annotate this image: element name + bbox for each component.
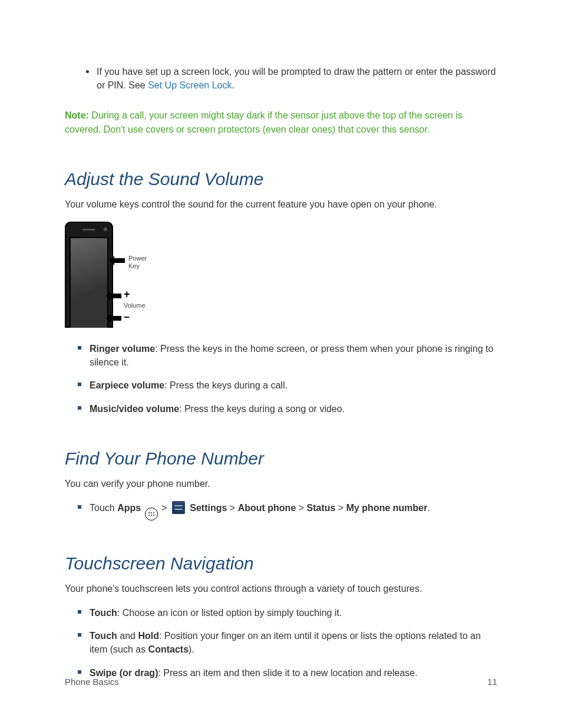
step-period: . bbox=[427, 503, 429, 513]
text-hold2: ). bbox=[189, 644, 194, 654]
note-block: Note: During a call, your screen might s… bbox=[65, 108, 497, 136]
step-mynumber: My phone number bbox=[346, 503, 428, 513]
phone-speaker bbox=[82, 229, 95, 230]
findnumber-list: Touch Apps > Settings > About phone > St… bbox=[78, 501, 497, 521]
term-contacts: Contacts bbox=[148, 644, 189, 654]
phone-camera bbox=[104, 228, 107, 231]
heading-volume: Adjust the Sound Volume bbox=[65, 169, 497, 189]
note-text: During a call, your screen might stay da… bbox=[65, 110, 462, 134]
plus-icon: + bbox=[124, 289, 130, 299]
intro-bullet: If you have set up a screen lock, you wi… bbox=[86, 65, 497, 92]
term-touch: Touch bbox=[90, 608, 117, 618]
mid-and: and bbox=[117, 631, 138, 641]
findnumber-step: Touch Apps > Settings > About phone > St… bbox=[78, 501, 497, 521]
phone-outline bbox=[65, 222, 113, 328]
arrow-volume-up bbox=[107, 294, 121, 298]
step-about: About phone bbox=[238, 503, 296, 513]
apps-icon bbox=[145, 508, 158, 521]
note-label: Note: bbox=[65, 110, 89, 120]
term-touch2: Touch bbox=[90, 631, 117, 641]
text-earpiece: : Press the keys during a call. bbox=[164, 380, 287, 390]
touchnav-list: Touch: Choose an icon or listed option b… bbox=[78, 606, 497, 680]
phone-diagram: Power Key + Volume – bbox=[65, 222, 145, 328]
touchnav-intro: Your phone's touchscreen lets you contro… bbox=[65, 582, 497, 595]
page: If you have set up a screen lock, you wi… bbox=[0, 0, 562, 728]
volume-item-ringer: Ringer volume: Press the keys in the hom… bbox=[78, 342, 497, 369]
volume-item-music: Music/video volume: Press the keys durin… bbox=[78, 402, 497, 416]
heading-find-number: Find Your Phone Number bbox=[65, 449, 497, 469]
arrow-power bbox=[111, 258, 125, 263]
step-touch: Touch bbox=[90, 503, 117, 513]
volume-item-earpiece: Earpiece volume: Press the keys during a… bbox=[78, 378, 497, 392]
term-hold: Hold bbox=[138, 631, 159, 641]
volume-list: Ringer volume: Press the keys in the hom… bbox=[78, 342, 497, 416]
intro-text-suffix: . bbox=[232, 80, 234, 90]
term-music: Music/video volume bbox=[90, 404, 179, 414]
footer-page: 11 bbox=[487, 677, 497, 687]
step-apps: Apps bbox=[117, 503, 141, 513]
label-volume: Volume bbox=[124, 302, 146, 309]
minus-icon: – bbox=[124, 311, 130, 322]
settings-icon bbox=[172, 501, 185, 514]
sep1: > bbox=[159, 503, 170, 513]
findnumber-intro: You can verify your phone number. bbox=[65, 477, 497, 490]
link-setup-screen-lock[interactable]: Set Up Screen Lock bbox=[148, 80, 232, 90]
term-ringer: Ringer volume bbox=[90, 344, 155, 354]
term-earpiece: Earpiece volume bbox=[90, 380, 164, 390]
step-status: Status bbox=[307, 503, 336, 513]
volume-intro: Your volume keys control the sound for t… bbox=[65, 197, 497, 211]
arrow-volume-down bbox=[107, 316, 121, 321]
touchnav-item-hold: Touch and Hold: Position your finger on … bbox=[78, 629, 497, 656]
text-touch: : Choose an icon or listed option by sim… bbox=[117, 608, 342, 618]
heading-touchnav: Touchscreen Navigation bbox=[65, 554, 497, 574]
footer: Phone Basics 11 bbox=[65, 677, 497, 687]
intro-list: If you have set up a screen lock, you wi… bbox=[86, 65, 497, 92]
sep4: > bbox=[335, 503, 346, 513]
footer-section: Phone Basics bbox=[65, 677, 119, 687]
touchnav-item-touch: Touch: Choose an icon or listed option b… bbox=[78, 606, 497, 620]
label-power: Power Key bbox=[128, 255, 147, 270]
sep2: > bbox=[227, 503, 237, 513]
step-settings: Settings bbox=[190, 503, 227, 513]
sep3: > bbox=[296, 503, 306, 513]
text-music: : Press the keys during a song or video. bbox=[179, 404, 345, 414]
